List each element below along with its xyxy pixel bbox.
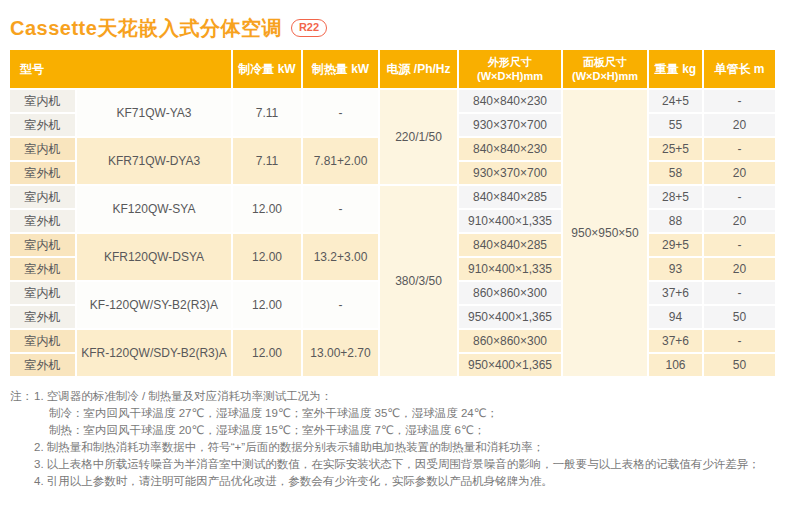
outline-dimensions-cell: 910×400×1,335	[459, 258, 561, 280]
weight-cell: 55	[649, 114, 702, 136]
unit-type-cell: 室外机	[10, 258, 75, 280]
unit-type-cell: 室内机	[10, 138, 75, 160]
note-line: 3. 以上表格中所载运转噪音为半消音室中测试的数值，在实际安装状态下，因受周围背…	[10, 456, 779, 473]
heating-capacity-cell: 13.2+3.00	[303, 234, 378, 280]
note-line: 制热：室内回风干球温度 20℃，湿球温度 15℃；室外干球温度 7℃，湿球温度 …	[10, 422, 779, 439]
header-dimensions: 外形尺寸 (W×D×H)mm	[459, 50, 561, 88]
pipe-length-cell: 20	[704, 258, 775, 280]
unit-type-cell: 室内机	[10, 234, 75, 256]
unit-type-cell: 室内机	[10, 330, 75, 352]
weight-cell: 29+5	[649, 234, 702, 256]
power-supply-cell: 380/3/50	[380, 186, 457, 376]
outline-dimensions-cell: 840×840×230	[459, 90, 561, 112]
footnotes: 注： 1. 空调器的标准制冷 / 制热量及对应消耗功率测试工况为： 制冷：室内回…	[10, 388, 779, 490]
catalog-page: Cassette天花嵌入式分体空调 R22 型号 制冷量 kW 制热量 kW 电…	[0, 0, 787, 490]
heating-capacity-cell: 7.81+2.00	[303, 138, 378, 184]
table-row: 室内机 KF120QW-SYA 12.00 - 380/3/50 840×840…	[10, 186, 775, 208]
unit-type-cell: 室外机	[10, 306, 75, 328]
outline-dimensions-cell: 840×840×285	[459, 234, 561, 256]
pipe-length-cell: 50	[704, 306, 775, 328]
pipe-length-cell: 20	[704, 210, 775, 232]
cooling-capacity-cell: 12.00	[233, 234, 301, 280]
note-prefix: 注：	[10, 388, 33, 405]
weight-cell: 37+6	[649, 282, 702, 304]
note-line: 制冷：室内回风干球温度 27℃，湿球温度 19℃；室外干球温度 35℃，湿球温度…	[10, 405, 779, 422]
heating-capacity-cell: -	[303, 186, 378, 232]
page-title: Cassette天花嵌入式分体空调 R22	[10, 14, 779, 42]
table-row: 室内机 KF71QW-YA3 7.11 - 220/1/50 840×840×2…	[10, 90, 775, 112]
pipe-length-cell: -	[704, 90, 775, 112]
header-heating: 制热量 kW	[303, 50, 378, 88]
weight-cell: 24+5	[649, 90, 702, 112]
power-supply-cell: 220/1/50	[380, 90, 457, 184]
outline-dimensions-cell: 930×370×700	[459, 114, 561, 136]
pipe-length-cell: -	[704, 282, 775, 304]
model-cell: KFR71QW-DYA3	[77, 138, 231, 184]
header-panel: 面板尺寸 (W×D×H)mm	[563, 50, 647, 88]
pipe-length-cell: -	[704, 234, 775, 256]
outline-dimensions-cell: 860×860×300	[459, 330, 561, 352]
outline-dimensions-cell: 910×400×1,335	[459, 210, 561, 232]
heating-capacity-cell: 13.00+2.70	[303, 330, 378, 376]
cooling-capacity-cell: 12.00	[233, 330, 301, 376]
model-cell: KF71QW-YA3	[77, 90, 231, 136]
outline-dimensions-cell: 950×400×1,365	[459, 354, 561, 376]
note-line: 4. 引用以上参数时，请注明可能因产品优化改进，参数会有少许变化，实际参数以产品…	[10, 473, 779, 490]
table-header-row: 型号 制冷量 kW 制热量 kW 电源 /Ph/Hz 外形尺寸 (W×D×H)m…	[10, 50, 775, 88]
pipe-length-cell: -	[704, 330, 775, 352]
heating-capacity-cell: -	[303, 90, 378, 136]
header-weight: 重量 kg	[649, 50, 702, 88]
model-cell: KFR120QW-DSYA	[77, 234, 231, 280]
outline-dimensions-cell: 840×840×230	[459, 138, 561, 160]
header-power: 电源 /Ph/Hz	[380, 50, 457, 88]
outline-dimensions-cell: 930×370×700	[459, 162, 561, 184]
weight-cell: 25+5	[649, 138, 702, 160]
note-line: 2. 制热量和制热消耗功率数据中，符号“+”后面的数据分别表示辅助电加热装置的制…	[10, 439, 779, 456]
note-line: 1. 空调器的标准制冷 / 制热量及对应消耗功率测试工况为：	[10, 388, 779, 405]
header-model: 型号	[10, 50, 231, 88]
header-pipe: 单管长 m	[704, 50, 775, 88]
header-cooling: 制冷量 kW	[233, 50, 301, 88]
weight-cell: 94	[649, 306, 702, 328]
unit-type-cell: 室内机	[10, 282, 75, 304]
weight-cell: 37+6	[649, 330, 702, 352]
unit-type-cell: 室外机	[10, 162, 75, 184]
weight-cell: 106	[649, 354, 702, 376]
heating-capacity-cell: -	[303, 282, 378, 328]
pipe-length-cell: -	[704, 186, 775, 208]
pipe-length-cell: 50	[704, 354, 775, 376]
model-cell: KFR-120QW/SDY-B2(R3)A	[77, 330, 231, 376]
weight-cell: 93	[649, 258, 702, 280]
unit-type-cell: 室外机	[10, 354, 75, 376]
panel-dimensions-cell: 950×950×50	[563, 90, 647, 376]
unit-type-cell: 室外机	[10, 114, 75, 136]
outline-dimensions-cell: 950×400×1,365	[459, 306, 561, 328]
model-cell: KF-120QW/SY-B2(R3)A	[77, 282, 231, 328]
pipe-length-cell: 20	[704, 162, 775, 184]
model-cell: KF120QW-SYA	[77, 186, 231, 232]
title-text: Cassette天花嵌入式分体空调	[10, 15, 282, 42]
spec-table: 型号 制冷量 kW 制热量 kW 电源 /Ph/Hz 外形尺寸 (W×D×H)m…	[8, 48, 777, 378]
unit-type-cell: 室外机	[10, 210, 75, 232]
unit-type-cell: 室内机	[10, 186, 75, 208]
cooling-capacity-cell: 7.11	[233, 90, 301, 136]
weight-cell: 58	[649, 162, 702, 184]
weight-cell: 28+5	[649, 186, 702, 208]
pipe-length-cell: 20	[704, 114, 775, 136]
pipe-length-cell: -	[704, 138, 775, 160]
cooling-capacity-cell: 12.00	[233, 186, 301, 232]
cooling-capacity-cell: 7.11	[233, 138, 301, 184]
cooling-capacity-cell: 12.00	[233, 282, 301, 328]
outline-dimensions-cell: 860×860×300	[459, 282, 561, 304]
refrigerant-badge: R22	[291, 19, 327, 37]
unit-type-cell: 室内机	[10, 90, 75, 112]
outline-dimensions-cell: 840×840×285	[459, 186, 561, 208]
weight-cell: 88	[649, 210, 702, 232]
